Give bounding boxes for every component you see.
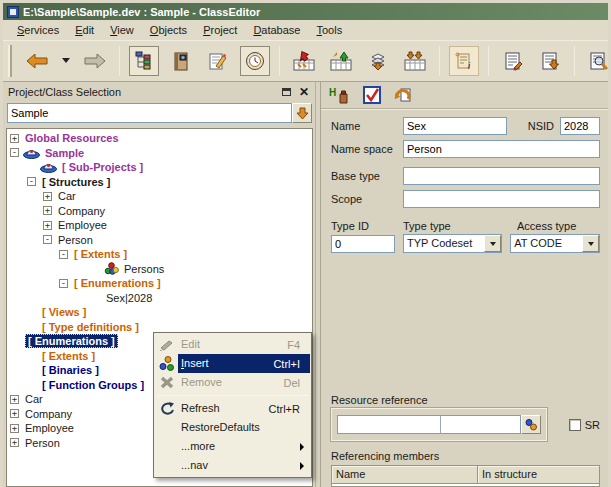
tree-view-button[interactable] xyxy=(129,46,159,76)
namespace-input[interactable] xyxy=(403,140,600,158)
basetype-input[interactable] xyxy=(403,167,600,185)
toolbar-grip[interactable] xyxy=(8,45,12,77)
title-bar[interactable]: E:\Sample\Sample.dev : Sample - ClassEdi… xyxy=(3,3,608,20)
resource-reference-group xyxy=(331,408,547,441)
send-objects-button[interactable] xyxy=(363,46,393,76)
project-filter-input[interactable] xyxy=(7,103,292,123)
expander-icon[interactable]: + xyxy=(10,134,19,143)
svg-text:i: i xyxy=(468,61,471,71)
project-icon xyxy=(23,147,40,159)
resource-reference-label: Resource reference xyxy=(331,394,600,406)
expander-icon[interactable]: - xyxy=(27,177,36,186)
typetype-select[interactable]: TYP Codeset xyxy=(403,234,502,253)
sr-checkbox[interactable] xyxy=(569,419,581,431)
context-menu-item-nav[interactable]: ...nav xyxy=(155,456,310,475)
history-button[interactable]: H xyxy=(329,86,351,104)
tree-item[interactable]: - Sample xyxy=(7,146,312,161)
expander-icon[interactable]: - xyxy=(59,250,68,259)
tree-item[interactable]: Persons xyxy=(7,262,312,277)
menu-services[interactable]: Services xyxy=(9,22,67,38)
project-filter-dropdown-button[interactable] xyxy=(292,103,312,123)
tree-item[interactable]: + Global Resources xyxy=(7,131,312,146)
menu-database[interactable]: Database xyxy=(245,22,308,38)
watch-icon xyxy=(245,51,265,71)
menu-view[interactable]: View xyxy=(102,22,142,38)
detail-toolbar: H xyxy=(321,82,608,109)
orange-down-arrow-icon xyxy=(296,107,309,120)
tree-item[interactable]: - [ Enumerations ] xyxy=(7,276,312,291)
expander-icon[interactable]: + xyxy=(10,438,19,447)
tree-item[interactable]: + Employee xyxy=(7,218,312,233)
name-input[interactable] xyxy=(403,117,507,135)
toolbar-separator xyxy=(574,46,575,76)
revert-button[interactable] xyxy=(393,86,413,104)
import-green-button[interactable] xyxy=(326,46,356,76)
table-orange-arrows-icon xyxy=(404,51,426,71)
forward-button[interactable] xyxy=(80,46,110,76)
column-header-name[interactable]: Name xyxy=(332,466,478,484)
tree-item[interactable]: Sex|2028 xyxy=(7,291,312,306)
class-editor-window: E:\Sample\Sample.dev : Sample - ClassEdi… xyxy=(0,0,611,487)
context-menu-item-more[interactable]: ...more xyxy=(155,437,310,456)
import-red-button[interactable] xyxy=(289,46,319,76)
document-save-button[interactable] xyxy=(535,46,565,76)
resource-reference-part2[interactable] xyxy=(441,416,520,433)
resource-reference-part1[interactable] xyxy=(338,416,441,433)
script-info-icon: i xyxy=(454,51,474,71)
accesstype-dropdown-button[interactable] xyxy=(582,235,599,252)
insert-icon xyxy=(155,356,178,371)
resource-reference-field[interactable] xyxy=(337,415,521,434)
resource-picker-button[interactable] xyxy=(521,415,541,434)
expander-icon[interactable]: - xyxy=(10,148,19,157)
menu-tools[interactable]: Tools xyxy=(308,22,350,38)
back-history-button[interactable] xyxy=(59,46,73,76)
float-panel-icon[interactable] xyxy=(282,88,291,96)
nsid-input[interactable] xyxy=(560,117,600,135)
tree-item[interactable]: - [ Structures ] xyxy=(7,175,312,190)
context-menu-item-refresh[interactable]: Refresh Ctrl+R xyxy=(155,399,310,418)
typeid-input[interactable] xyxy=(331,235,395,253)
menu-objects[interactable]: Objects xyxy=(142,22,195,38)
panel-title: Project/Class Selection xyxy=(8,86,282,98)
edit-object-button[interactable] xyxy=(203,46,233,76)
expander-icon[interactable]: + xyxy=(10,395,19,404)
tree-item[interactable]: + Company xyxy=(7,204,312,219)
context-menu-item-insert[interactable]: Insert Ctrl+I xyxy=(155,354,310,373)
menu-project[interactable]: Project xyxy=(195,22,245,38)
class-detail-panel: H xyxy=(320,82,608,487)
repository-button[interactable] xyxy=(166,46,196,76)
expander-icon[interactable]: + xyxy=(10,409,19,418)
tree-item[interactable]: - Person xyxy=(7,233,312,248)
expander-icon[interactable]: - xyxy=(59,279,68,288)
expander-icon[interactable]: - xyxy=(43,235,52,244)
basetype-label: Base type xyxy=(331,170,403,182)
close-panel-icon[interactable]: ✕ xyxy=(297,87,311,97)
expander-icon[interactable]: + xyxy=(10,424,19,433)
find-document-button[interactable] xyxy=(584,46,611,76)
expander-icon xyxy=(27,308,36,317)
apply-button[interactable] xyxy=(363,86,381,104)
script-info-button[interactable]: i xyxy=(449,46,479,76)
tree-item[interactable]: [ Views ] xyxy=(7,305,312,320)
tree-item[interactable]: - [ Extents ] xyxy=(7,247,312,262)
context-menu-item-restoredefaults[interactable]: RestoreDefaults xyxy=(155,418,310,437)
back-button[interactable] xyxy=(22,46,52,76)
expander-icon[interactable]: + xyxy=(43,206,52,215)
tree-item[interactable]: [ Sub-Projects ] xyxy=(7,160,312,175)
expander-icon xyxy=(91,264,100,273)
tree-item[interactable]: + Car xyxy=(7,189,312,204)
typetype-dropdown-button[interactable] xyxy=(484,235,501,252)
expander-icon[interactable]: + xyxy=(43,221,52,230)
referencing-members-section: Referencing members Name In structure xyxy=(331,450,600,487)
load-table-button[interactable] xyxy=(400,46,430,76)
document-edit-button[interactable] xyxy=(498,46,528,76)
scope-input[interactable] xyxy=(403,190,600,208)
balls-icon xyxy=(524,418,538,431)
menu-edit[interactable]: Edit xyxy=(67,22,102,38)
column-header-in-structure[interactable]: In structure xyxy=(478,466,599,484)
document-pen-icon xyxy=(503,51,523,71)
expander-icon[interactable]: + xyxy=(43,192,52,201)
context-menu: Edit F4 Insert Ctrl+I Remove Del xyxy=(153,332,312,478)
accesstype-select[interactable]: AT CODE xyxy=(510,234,600,253)
class-watch-button[interactable] xyxy=(240,46,270,76)
